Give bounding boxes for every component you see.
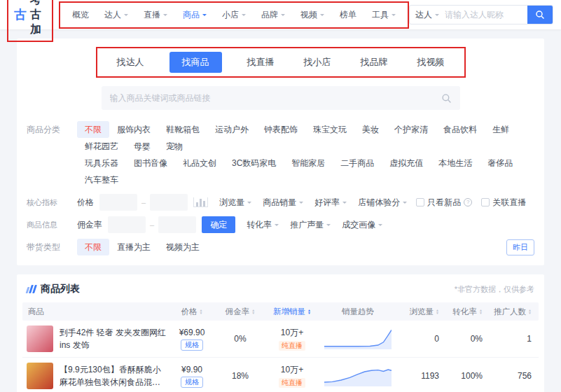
category-chip[interactable]: 服饰内衣: [109, 121, 158, 138]
search-category-select[interactable]: 达人: [410, 9, 445, 21]
column-header-product[interactable]: 商品: [22, 307, 166, 317]
column-header-promoters[interactable]: 推广人数 ▲▼: [490, 307, 539, 317]
filter-row-core-metrics: 核心指标 价格 – 浏览量 商品销量: [27, 194, 534, 211]
table-row[interactable]: 到手42件 轻奢 发夹发圈网红ins 发饰 ¥69.90 规格 0% 10万+ …: [22, 321, 539, 358]
column-header-new-sales[interactable]: 新增销量 ▲▼: [263, 307, 321, 317]
category-chip[interactable]: 鲜花园艺: [77, 138, 126, 155]
nav-item-label: 工具: [372, 9, 389, 21]
chevron-down-icon: [342, 202, 347, 206]
category-chip[interactable]: 汽车整车: [77, 172, 126, 188]
category-chip[interactable]: 运动户外: [207, 121, 256, 138]
sort-icon[interactable]: ▲▼: [528, 309, 532, 314]
date-range-button[interactable]: 昨日: [506, 239, 534, 255]
product-search-input[interactable]: [110, 93, 441, 103]
metric-dropdown[interactable]: 浏览量: [219, 197, 251, 209]
category-chip[interactable]: 虚拟充值: [382, 155, 431, 172]
category-chip[interactable]: 母婴: [126, 138, 158, 155]
nav-item[interactable]: 商品: [175, 9, 214, 21]
search-type-tab[interactable]: 找品牌: [356, 52, 392, 73]
nav-item[interactable]: 品牌: [254, 9, 293, 21]
nav-item-label: 直播: [144, 9, 160, 21]
checkbox-icon[interactable]: [481, 198, 490, 206]
filter-label: 商品信息: [27, 216, 77, 233]
commission-min-input[interactable]: [108, 216, 146, 233]
metric-dropdown[interactable]: 成交画像: [342, 219, 382, 231]
metric-dropdown[interactable]: 商品销量: [263, 197, 303, 209]
category-chip[interactable]: 食品饮料: [436, 121, 485, 138]
price-max-input[interactable]: [150, 194, 188, 211]
column-header-conversion[interactable]: 转化率 ▲▼: [446, 307, 490, 317]
product-thumbnail[interactable]: [27, 326, 53, 352]
category-chip[interactable]: 不限: [77, 121, 109, 138]
nav-item[interactable]: 小店: [214, 9, 254, 21]
sale-type-chip[interactable]: 视频为主: [158, 239, 207, 255]
sort-icon[interactable]: ▲▼: [251, 309, 255, 314]
search-type-tab[interactable]: 找达人: [113, 52, 148, 73]
column-header-commission[interactable]: 佣金率 ▲▼: [218, 307, 263, 317]
product-name[interactable]: 到手42件 轻奢 发夹发圈网红ins 发饰: [60, 326, 166, 351]
metric-dropdown[interactable]: 店铺体验分: [358, 197, 407, 209]
category-chip[interactable]: 美妆: [354, 121, 387, 138]
category-chip[interactable]: 珠宝文玩: [305, 121, 354, 138]
price-cell: ¥69.90 规格: [166, 328, 218, 351]
category-chip[interactable]: 个护家清: [387, 121, 436, 138]
category-chip[interactable]: 宠物: [158, 138, 191, 155]
checkbox-icon[interactable]: [416, 198, 424, 206]
price-min-input[interactable]: [99, 194, 137, 211]
chevron-down-icon: [320, 14, 324, 18]
filter-checkbox[interactable]: 关联直播 ?: [481, 197, 526, 209]
category-chip[interactable]: 奢侈品: [480, 155, 520, 172]
metric-dropdown[interactable]: 好评率: [314, 197, 347, 209]
nav-item[interactable]: 工具: [364, 9, 403, 21]
sort-icon[interactable]: ▲▼: [479, 309, 483, 314]
sort-icon[interactable]: ▲▼: [436, 309, 439, 314]
nav-item[interactable]: 直播: [136, 9, 175, 21]
category-chip[interactable]: 图书音像: [126, 155, 175, 172]
talent-search-input[interactable]: [445, 6, 527, 24]
tab-label: 找商品: [182, 57, 209, 67]
metric-dropdown[interactable]: 推广声量: [290, 219, 331, 231]
category-chip[interactable]: 生鲜: [485, 121, 517, 138]
filter-row-product-info: 商品信息 佣金率 – 确定 转化率 推广声量: [27, 216, 534, 233]
info-icon[interactable]: ?: [464, 198, 472, 206]
sort-icon[interactable]: ▲▼: [200, 309, 203, 314]
product-thumbnail[interactable]: [27, 363, 53, 389]
nav-item[interactable]: 达人: [97, 9, 136, 21]
category-chip[interactable]: 本地生活: [431, 155, 480, 172]
product-name[interactable]: 【9.9元130包】香酥酥脆小麻花单独包装休闲食品混合口味...: [60, 363, 166, 388]
metric-dropdown-label: 浏览量: [219, 197, 244, 209]
search-type-tab[interactable]: 找视频: [413, 52, 449, 73]
category-chip[interactable]: 玩具乐器: [77, 155, 126, 172]
nav-item[interactable]: 概览: [64, 9, 97, 21]
confirm-button[interactable]: 确定: [202, 216, 235, 233]
nav-item-label: 概览: [72, 9, 89, 21]
table-row[interactable]: 【9.9元130包】香酥酥脆小麻花单独包装休闲食品混合口味... ¥9.90 规…: [22, 358, 539, 392]
product-cell[interactable]: 【9.9元130包】香酥酥脆小麻花单独包装休闲食品混合口味...: [22, 363, 166, 389]
column-header-views[interactable]: 浏览量 ▲▼: [394, 307, 446, 317]
filter-checkbox[interactable]: 只看新品 ?: [416, 197, 472, 209]
sale-type-chip[interactable]: 不限: [77, 239, 109, 255]
chevron-down-icon: [247, 202, 251, 206]
column-header-price[interactable]: 价格 ▲▼: [166, 307, 218, 317]
commission-max-input[interactable]: [158, 216, 196, 233]
category-chip[interactable]: 鞋靴箱包: [158, 121, 207, 138]
category-chip[interactable]: 二手商品: [333, 155, 382, 172]
checkbox-label: 关联直播: [492, 197, 526, 209]
sort-icon[interactable]: ▲▼: [307, 309, 311, 314]
category-chip[interactable]: 钟表配饰: [256, 121, 305, 138]
nav-item[interactable]: 榜单: [332, 9, 364, 21]
product-search-bar: [102, 86, 460, 110]
category-chip[interactable]: 智能家居: [284, 155, 333, 172]
search-icon: [441, 93, 452, 104]
nav-item[interactable]: 视频: [293, 9, 332, 21]
search-type-tab[interactable]: 找商品: [169, 52, 222, 73]
category-chip[interactable]: 礼品文创: [175, 155, 224, 172]
search-type-tab[interactable]: 找直播: [243, 52, 279, 73]
sale-type-chip[interactable]: 直播为主: [109, 239, 158, 255]
metric-dropdown[interactable]: 转化率: [247, 219, 279, 231]
category-chip[interactable]: 3C数码家电: [224, 155, 284, 172]
price-distribution-icon[interactable]: [193, 197, 208, 207]
product-cell[interactable]: 到手42件 轻奢 发夹发圈网红ins 发饰: [22, 326, 166, 352]
search-button[interactable]: [527, 5, 553, 24]
search-type-tab[interactable]: 找小店: [300, 52, 335, 73]
